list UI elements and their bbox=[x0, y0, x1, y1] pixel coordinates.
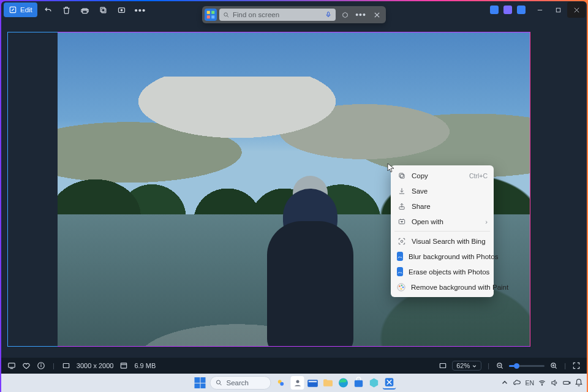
ctx-open-with[interactable]: Open with › bbox=[393, 214, 491, 229]
search-icon bbox=[223, 12, 230, 18]
fullscreen-button[interactable] bbox=[572, 361, 581, 370]
context-menu: Copy Ctrl+C Save Share Open with › Visua… bbox=[391, 165, 494, 297]
edit-button[interactable]: Edit bbox=[4, 2, 37, 17]
dimensions-icon bbox=[62, 361, 70, 370]
search-icon bbox=[216, 379, 223, 386]
start-button[interactable] bbox=[192, 375, 208, 390]
mic-icon[interactable] bbox=[325, 11, 332, 18]
tray-chevron-icon[interactable] bbox=[500, 379, 509, 387]
search-extra-button[interactable] bbox=[338, 9, 352, 21]
svg-point-44 bbox=[401, 288, 402, 289]
photos-app-icon bbox=[397, 267, 403, 276]
undo-button[interactable] bbox=[41, 2, 56, 17]
find-on-screen-bar: Find on screen ••• bbox=[202, 6, 386, 23]
svg-line-46 bbox=[220, 383, 222, 385]
svg-rect-35 bbox=[400, 174, 404, 178]
svg-point-42 bbox=[401, 284, 402, 285]
header-icon-3[interactable] bbox=[517, 6, 526, 14]
svg-point-43 bbox=[402, 286, 404, 287]
svg-rect-10 bbox=[9, 363, 15, 368]
chevron-down-icon bbox=[472, 363, 477, 369]
ctx-copy[interactable]: Copy Ctrl+C bbox=[393, 168, 491, 183]
ctx-save[interactable]: Save bbox=[393, 183, 491, 198]
taskbar-snipping-tool[interactable] bbox=[383, 376, 396, 390]
svg-line-22 bbox=[555, 367, 557, 369]
status-bar: | 3000 x 2000 6.9 MB 62% | | bbox=[1, 358, 587, 374]
tray-onedrive-icon[interactable] bbox=[513, 379, 521, 387]
taskbar-store[interactable] bbox=[352, 376, 366, 390]
svg-rect-36 bbox=[399, 173, 402, 176]
windows-taskbar: Search EN bbox=[1, 374, 587, 392]
svg-rect-17 bbox=[440, 364, 446, 368]
taskbar-edge[interactable] bbox=[337, 376, 350, 390]
search-placeholder: Find on screen bbox=[233, 11, 279, 18]
fit-icon[interactable] bbox=[439, 361, 447, 370]
taskbar-app-1[interactable] bbox=[291, 376, 304, 390]
taskbar-app-2[interactable] bbox=[306, 376, 320, 390]
svg-point-48 bbox=[280, 382, 284, 386]
taskbar-app-5[interactable] bbox=[368, 376, 381, 390]
svg-rect-28 bbox=[207, 15, 210, 18]
device-icon[interactable] bbox=[7, 361, 16, 370]
zoom-out-button[interactable] bbox=[496, 361, 504, 370]
ctx-remove-background[interactable]: Remove background with Paint bbox=[393, 279, 491, 295]
search-more-button[interactable]: ••• bbox=[354, 9, 368, 21]
svg-point-39 bbox=[401, 240, 403, 243]
svg-rect-57 bbox=[570, 382, 570, 383]
ctx-share[interactable]: Share bbox=[393, 198, 491, 214]
search-close-button[interactable] bbox=[370, 9, 383, 21]
tray-battery-icon[interactable] bbox=[562, 379, 571, 387]
svg-rect-14 bbox=[63, 364, 69, 368]
taskbar-copilot[interactable] bbox=[273, 375, 289, 390]
header-icon-2[interactable] bbox=[503, 6, 512, 14]
tray-volume-icon[interactable] bbox=[550, 379, 559, 387]
svg-point-49 bbox=[296, 380, 299, 383]
svg-rect-56 bbox=[564, 382, 569, 385]
delete-button[interactable] bbox=[59, 2, 74, 17]
ctx-blur-background[interactable]: Blur background with Photos bbox=[393, 249, 491, 264]
search-input[interactable]: Find on screen bbox=[219, 9, 336, 21]
svg-rect-1 bbox=[83, 10, 88, 13]
image-dimensions: 3000 x 2000 bbox=[77, 362, 114, 369]
zoom-level[interactable]: 62% bbox=[452, 361, 481, 371]
header-icon-1[interactable] bbox=[490, 6, 499, 14]
info-icon[interactable] bbox=[37, 361, 45, 370]
svg-rect-7 bbox=[556, 8, 560, 12]
taskbar-search[interactable]: Search bbox=[210, 376, 271, 390]
photos-app-icon bbox=[397, 252, 403, 261]
paint-app-icon bbox=[397, 282, 405, 292]
copy-button[interactable] bbox=[96, 2, 111, 17]
chevron-right-icon: › bbox=[485, 218, 488, 225]
print-button[interactable] bbox=[78, 2, 92, 17]
system-tray: EN bbox=[500, 379, 583, 387]
tray-notification-icon[interactable] bbox=[575, 379, 583, 387]
svg-point-30 bbox=[224, 12, 228, 16]
ctx-erase-objects[interactable]: Erase objects with Photos bbox=[393, 264, 491, 279]
close-button[interactable] bbox=[567, 2, 586, 18]
ctx-visual-search[interactable]: Visual Search with Bing bbox=[393, 233, 491, 249]
more-button[interactable]: ••• bbox=[133, 2, 148, 17]
minimize-button[interactable] bbox=[530, 2, 549, 18]
snipping-tool-window: Edit ••• bbox=[1, 1, 587, 374]
zoom-in-button[interactable] bbox=[549, 361, 558, 370]
svg-rect-26 bbox=[207, 11, 210, 14]
svg-rect-2 bbox=[102, 9, 106, 13]
svg-point-13 bbox=[41, 364, 42, 364]
record-button[interactable] bbox=[115, 2, 129, 17]
svg-point-45 bbox=[217, 380, 221, 384]
svg-rect-53 bbox=[355, 380, 363, 387]
favorite-icon[interactable] bbox=[22, 361, 31, 370]
taskbar-explorer[interactable] bbox=[322, 376, 335, 390]
search-app-icon bbox=[205, 9, 217, 21]
zoom-slider[interactable] bbox=[509, 365, 545, 367]
maximize-button[interactable] bbox=[549, 2, 567, 18]
tray-lang[interactable]: EN bbox=[525, 379, 534, 386]
mouse-cursor bbox=[387, 163, 394, 173]
tray-wifi-icon[interactable] bbox=[538, 379, 546, 387]
svg-line-31 bbox=[227, 15, 229, 17]
file-size: 6.9 MB bbox=[134, 362, 156, 369]
open-with-icon bbox=[397, 217, 406, 226]
svg-rect-27 bbox=[211, 11, 214, 14]
edit-button-label: Edit bbox=[20, 6, 32, 13]
visual-search-icon bbox=[397, 236, 406, 246]
